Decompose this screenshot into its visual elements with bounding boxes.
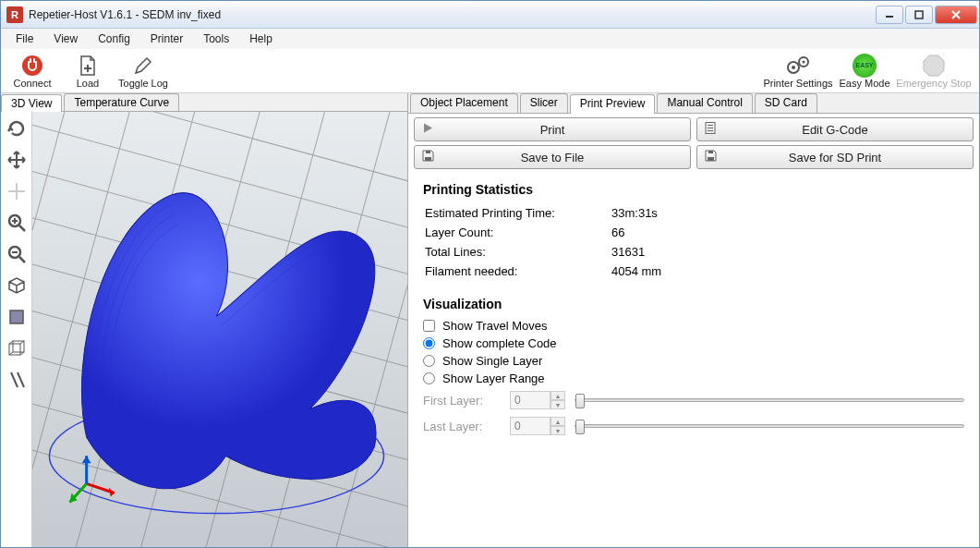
filament-label: Filament needed: <box>425 262 610 280</box>
front-box-icon[interactable] <box>4 304 30 330</box>
last-layer-label: Last Layer: <box>423 420 501 433</box>
menu-help[interactable]: Help <box>240 30 282 47</box>
print-button[interactable]: Print <box>414 117 691 141</box>
tab-manual-control[interactable]: Manual Control <box>657 93 752 113</box>
tab-3d-view[interactable]: 3D View <box>1 94 62 112</box>
printer-settings-button[interactable]: Printer Settings <box>759 50 837 92</box>
view-toolbar <box>1 112 32 548</box>
menu-config[interactable]: Config <box>89 30 139 47</box>
show-single-label: Show Single Layer <box>442 354 542 368</box>
svg-line-13 <box>19 225 25 231</box>
toolbar: Connect Load Toggle Log Printer Settings… <box>1 49 979 93</box>
show-single-radio[interactable] <box>423 355 435 367</box>
parallel-lines-icon[interactable] <box>4 367 30 393</box>
tab-print-preview[interactable]: Print Preview <box>570 94 656 114</box>
menubar: File View Config Printer Tools Help <box>1 29 979 49</box>
stats-heading: Printing Statistics <box>423 182 964 197</box>
layer-count-label: Layer Count: <box>425 224 610 241</box>
svg-rect-58 <box>426 151 430 153</box>
first-layer-input[interactable] <box>510 391 550 409</box>
slider-thumb[interactable] <box>575 420 585 434</box>
toggle-log-label: Toggle Log <box>118 78 168 89</box>
svg-rect-57 <box>425 157 431 161</box>
svg-point-10 <box>803 60 805 63</box>
document-icon <box>705 122 716 138</box>
last-layer-spinner[interactable]: ▲▼ <box>510 417 565 435</box>
show-complete-label: Show complete Code <box>442 336 557 350</box>
filament-value: 4054 mm <box>611 262 962 280</box>
move-icon[interactable] <box>4 147 30 173</box>
menu-tools[interactable]: Tools <box>194 30 238 47</box>
window-title: Repetier-Host V1.6.1 - SEDM inv_fixed <box>29 8 876 21</box>
left-tabs: 3D View Temperature Curve <box>1 93 407 112</box>
load-label: Load <box>77 78 99 89</box>
show-travel-label: Show Travel Moves <box>442 319 547 333</box>
save-sd-label: Save for SD Print <box>789 151 881 164</box>
last-layer-slider[interactable] <box>575 424 964 428</box>
show-travel-checkbox[interactable] <box>423 320 435 332</box>
save-icon <box>705 150 717 164</box>
tab-object-placement[interactable]: Object Placement <box>410 93 518 113</box>
first-layer-slider[interactable] <box>575 398 964 402</box>
print-label: Print <box>540 123 565 137</box>
move-z-icon[interactable] <box>4 178 30 204</box>
easy-icon: EASY <box>853 54 877 78</box>
svg-point-8 <box>792 66 795 69</box>
minimize-button[interactable] <box>876 6 903 24</box>
app-icon: R <box>6 6 23 23</box>
toggle-log-button[interactable]: Toggle Log <box>115 50 171 92</box>
wireframe-box-icon[interactable] <box>4 335 30 361</box>
titlebar: R Repetier-Host V1.6.1 - SEDM inv_fixed <box>1 1 979 29</box>
first-layer-spinner[interactable]: ▲▼ <box>510 391 565 409</box>
menu-printer[interactable]: Printer <box>141 30 192 47</box>
viz-heading: Visualization <box>423 297 964 311</box>
3d-viewport[interactable] <box>32 112 407 548</box>
save-icon <box>422 150 434 164</box>
total-lines-label: Total Lines: <box>425 243 610 261</box>
load-button[interactable]: Load <box>60 50 115 92</box>
est-time-value: 33m:31s <box>611 204 962 222</box>
spin-down-icon[interactable]: ▼ <box>550 426 565 435</box>
connect-button[interactable]: Connect <box>5 50 60 92</box>
tab-slicer[interactable]: Slicer <box>520 93 568 113</box>
save-file-button[interactable]: Save to File <box>414 145 691 169</box>
plug-icon <box>21 54 43 78</box>
maximize-button[interactable] <box>905 6 933 24</box>
iso-box-icon[interactable] <box>4 273 30 298</box>
menu-file[interactable]: File <box>6 30 42 47</box>
close-button[interactable] <box>935 6 977 24</box>
first-layer-label: First Layer: <box>423 394 501 408</box>
est-time-label: Estimated Printing Time: <box>425 204 610 222</box>
spin-up-icon[interactable]: ▲ <box>550 391 565 400</box>
easy-mode-label: Easy Mode <box>839 78 889 89</box>
svg-line-17 <box>19 257 25 262</box>
easy-mode-button[interactable]: EASY Easy Mode <box>837 50 892 92</box>
save-file-label: Save to File <box>521 151 585 164</box>
edit-gcode-button[interactable]: Edit G-Code <box>696 117 974 141</box>
show-complete-radio[interactable] <box>423 337 435 349</box>
last-layer-input[interactable] <box>510 417 550 435</box>
tab-sd-card[interactable]: SD Card <box>755 93 817 113</box>
svg-line-27 <box>18 372 24 387</box>
svg-point-4 <box>22 55 42 76</box>
tab-temperature-curve[interactable]: Temperature Curve <box>64 93 179 111</box>
svg-rect-60 <box>708 151 713 153</box>
stop-icon <box>922 54 946 78</box>
spin-down-icon[interactable]: ▼ <box>550 400 565 409</box>
zoom-in-icon[interactable] <box>4 210 30 236</box>
slider-thumb[interactable] <box>575 394 585 408</box>
connect-label: Connect <box>14 78 52 89</box>
svg-marker-11 <box>924 55 944 76</box>
printer-settings-label: Printer Settings <box>763 78 832 89</box>
show-range-radio[interactable] <box>423 372 435 384</box>
show-range-label: Show Layer Range <box>442 371 545 385</box>
play-icon <box>422 123 433 137</box>
spin-up-icon[interactable]: ▲ <box>550 417 565 426</box>
save-sd-button[interactable]: Save for SD Print <box>696 145 974 169</box>
rotate-icon[interactable] <box>4 116 30 141</box>
gears-icon <box>785 54 811 78</box>
edit-gcode-label: Edit G-Code <box>802 123 868 137</box>
emergency-stop-button[interactable]: Emergency Stop <box>892 50 975 92</box>
zoom-out-icon[interactable] <box>4 241 30 267</box>
menu-view[interactable]: View <box>44 30 87 47</box>
